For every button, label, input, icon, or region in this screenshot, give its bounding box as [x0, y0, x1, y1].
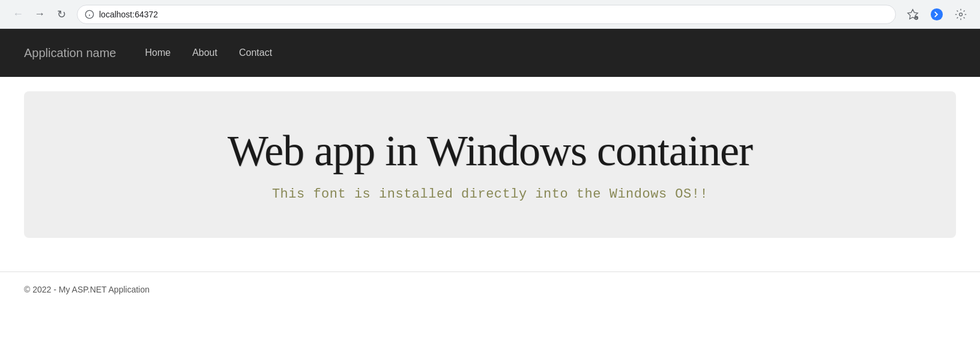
browser-nav: ← → ↻ [10, 6, 70, 23]
main-content: Web app in Windows container This font i… [0, 77, 980, 267]
address-bar[interactable]: localhost:64372 [77, 5, 896, 24]
svg-text:+: + [915, 16, 917, 20]
browser-chrome: ← → ↻ localhost:64372 + [0, 0, 980, 29]
extension-icon [930, 8, 943, 21]
star-icon: + [907, 8, 919, 20]
app-brand[interactable]: Application name [24, 46, 116, 60]
app-footer: © 2022 - My ASP.NET Application [0, 272, 980, 307]
svg-point-7 [960, 13, 963, 16]
nav-link-home[interactable]: Home [135, 43, 180, 63]
footer-copyright: © 2022 - My ASP.NET Application [24, 285, 150, 294]
browser-actions: + [903, 5, 970, 24]
hero-title: Web app in Windows container [48, 127, 932, 175]
settings-button[interactable] [951, 5, 970, 24]
nav-link-about[interactable]: About [183, 43, 227, 63]
extension-button[interactable] [927, 5, 946, 24]
app-navbar: Application name Home About Contact [0, 29, 980, 77]
bookmark-star-button[interactable]: + [903, 5, 922, 24]
hero-banner: Web app in Windows container This font i… [24, 91, 956, 238]
info-icon [85, 10, 94, 19]
reload-button[interactable]: ↻ [53, 6, 70, 23]
nav-link-contact[interactable]: Contact [229, 43, 282, 63]
address-bar-url: localhost:64372 [99, 10, 158, 19]
gear-icon [955, 8, 967, 20]
forward-button[interactable]: → [31, 6, 48, 23]
nav-links: Home About Contact [135, 43, 282, 63]
back-button[interactable]: ← [10, 6, 26, 23]
hero-subtitle: This font is installed directly into the… [48, 187, 932, 202]
